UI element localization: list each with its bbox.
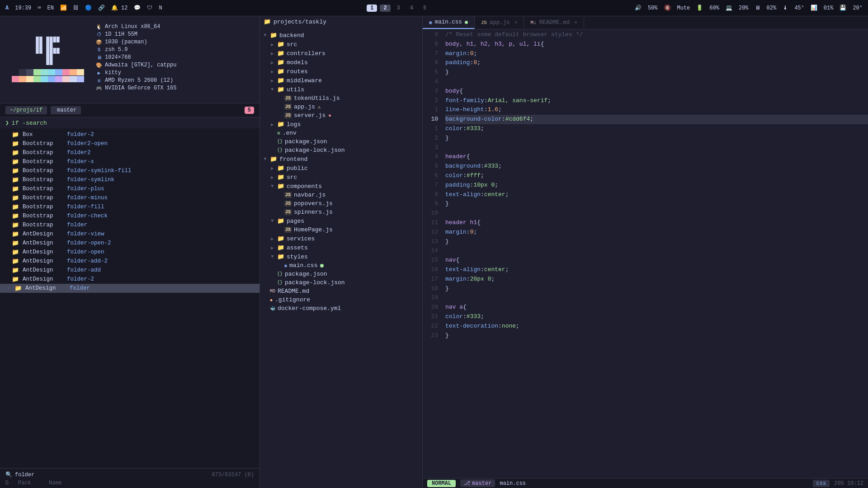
- file-item[interactable]: 📁 AntDesign folder-add: [0, 266, 259, 275]
- file-item[interactable]: 📁 Bootstrap folder2-open: [0, 139, 259, 148]
- tree-item-name: README.md: [278, 288, 309, 295]
- tree-item[interactable]: ▶ 📁 services: [260, 234, 422, 243]
- line-number: 4: [426, 77, 438, 87]
- file-item[interactable]: 📁 Bootstrap folder-plus: [0, 184, 259, 193]
- file-item[interactable]: 📁 Box folder-2: [0, 130, 259, 139]
- file-item[interactable]: 📁 Bootstrap folder-x: [0, 157, 259, 166]
- file-item[interactable]: 📁 AntDesign folder-2: [0, 275, 259, 284]
- tree-item[interactable]: {} package.json: [260, 270, 422, 278]
- tree-item[interactable]: JS app.js ⚠: [260, 103, 422, 111]
- tree-item[interactable]: ▼ 📁 pages: [260, 216, 422, 225]
- badge-count: 5: [245, 107, 254, 114]
- path-display: ~/projs/if: [5, 106, 47, 114]
- logo-box: ██ ████ ██ ██ ██ ████ ██ ██: [7, 23, 89, 96]
- tree-item[interactable]: ▶ 📁 routes: [260, 67, 422, 76]
- file-type-icon: {}: [277, 280, 283, 285]
- file-item[interactable]: > 📁 AntDesign folder: [0, 284, 259, 293]
- code-line: /* Reset some default browser styles */: [445, 30, 868, 40]
- file-item[interactable]: 📁 Bootstrap folder-fill: [0, 202, 259, 211]
- code-line: text-decoration: none;: [445, 322, 868, 331]
- close-tab-btn[interactable]: ×: [514, 20, 518, 25]
- tree-item[interactable]: ▶ 📁 public: [260, 164, 422, 173]
- main-content: ██ ████ ██ ██ ██ ████ ██ ██: [0, 16, 868, 488]
- tree-item[interactable]: JS navbar.js: [260, 191, 422, 199]
- tree-item[interactable]: 🐳 docker-compose.yml: [260, 304, 422, 313]
- file-type-icon: 📁: [277, 183, 284, 190]
- workspace-3[interactable]: 3: [393, 5, 404, 12]
- topbar-left: A 19:39 ⌨ EN 📶 ⛓ 🔵 🔗 🔔 12 💬 🛡 N: [5, 5, 162, 11]
- tree-item-name: services: [287, 235, 315, 242]
- code-line: padding: 10px 0;: [445, 181, 868, 190]
- battery-level: 60%: [709, 5, 719, 11]
- tree-content[interactable]: ▼ 📁 backend ▶ 📁 src ▶ 📁 controllers ▶ 📁 …: [260, 27, 422, 488]
- file-type-icon: 📁: [277, 164, 284, 172]
- tree-item[interactable]: JS tokenUtils.js: [260, 94, 422, 103]
- tree-item[interactable]: MD README.md: [260, 287, 422, 296]
- line-number: 1: [426, 124, 438, 134]
- code-line: margin: 0;: [445, 49, 868, 59]
- tree-item[interactable]: ▶ 📁 middleware: [260, 76, 422, 85]
- line-number: 20: [426, 303, 438, 312]
- tree-item[interactable]: ◉ main.css: [260, 261, 422, 270]
- code-lines[interactable]: /* Reset some default browser styles */b…: [442, 29, 868, 478]
- tree-item[interactable]: JS spinners.js: [260, 208, 422, 216]
- editor-tab[interactable]: M↓ README.md ×: [524, 17, 584, 28]
- tree-item[interactable]: {} package-lock.json: [260, 146, 422, 155]
- tree-item[interactable]: JS popovers.js: [260, 199, 422, 208]
- line-number: 1: [426, 105, 438, 115]
- tree-item[interactable]: {} package.json: [260, 137, 422, 146]
- workspace-4[interactable]: 4: [406, 5, 417, 12]
- tree-item[interactable]: JS HomePage.js: [260, 225, 422, 234]
- tree-item[interactable]: ▶ 📁 controllers: [260, 49, 422, 58]
- swatch-19: [77, 76, 84, 82]
- sys-gpu-row: 🎮 NVIDIA GeForce GTX 165: [96, 85, 252, 91]
- editor-tab[interactable]: JS app.js ×: [475, 17, 524, 28]
- tree-item[interactable]: ⚙ .env: [260, 129, 422, 137]
- tree-item[interactable]: ▼ 📁 utils: [260, 85, 422, 94]
- file-item[interactable]: 📁 AntDesign folder-open: [0, 248, 259, 257]
- tree-item[interactable]: ▼ 📁 components: [260, 182, 422, 191]
- editor-tab[interactable]: ◉ main.css: [423, 16, 475, 29]
- folder-icon: 📁: [12, 185, 19, 192]
- file-item[interactable]: 📁 AntDesign folder-add-2: [0, 257, 259, 266]
- status-bar: NORMAL ⎇ master main.css css 26% 10:12: [423, 478, 868, 488]
- file-provider: AntDesign: [23, 267, 63, 273]
- file-item[interactable]: 📁 Bootstrap folder-minus: [0, 193, 259, 202]
- workspace-2[interactable]: 2: [380, 5, 390, 12]
- file-item[interactable]: 📁 Bootstrap folder-symlink: [0, 175, 259, 184]
- close-tab-btn[interactable]: ×: [574, 20, 577, 25]
- file-item[interactable]: 📁 AntDesign folder-view: [0, 230, 259, 239]
- tree-item[interactable]: ▼ 📁 styles: [260, 252, 422, 261]
- bluetooth-icon: 🔵: [85, 5, 92, 11]
- workspace-1[interactable]: 1: [367, 5, 377, 12]
- tab-file-icon: JS: [481, 20, 487, 25]
- col-headers: G Pack Name: [5, 479, 254, 487]
- tree-item[interactable]: JS server.js ●: [260, 111, 422, 120]
- tree-item-name: .gitignore: [275, 296, 310, 303]
- file-type-icon: 📁: [277, 244, 284, 251]
- file-item[interactable]: 📁 Bootstrap folder-check: [0, 211, 259, 221]
- file-item[interactable]: 📁 Bootstrap folder2: [0, 148, 259, 157]
- sys-gpu: NVIDIA GeForce GTX 165: [105, 85, 176, 91]
- tree-item[interactable]: ▼ 📁 frontend: [260, 155, 422, 164]
- tree-item[interactable]: ▶ 📁 assets: [260, 243, 422, 252]
- tree-item[interactable]: ▶ 📁 models: [260, 58, 422, 67]
- branch-display: master: [51, 106, 81, 114]
- code-line: nav {: [445, 256, 868, 265]
- file-item[interactable]: 📁 AntDesign folder-open-2: [0, 239, 259, 248]
- tree-item[interactable]: {} package-lock.json: [260, 278, 422, 287]
- file-name: folder-symlink: [67, 177, 114, 183]
- tree-item[interactable]: ▶ 📁 src: [260, 173, 422, 182]
- file-item[interactable]: 📁 Bootstrap folder-symlink-fill: [0, 166, 259, 175]
- tree-item[interactable]: ▶ 📁 src: [260, 40, 422, 49]
- tree-item[interactable]: ▼ 📁 backend: [260, 31, 422, 40]
- tree-item[interactable]: ▶ 📁 logs: [260, 120, 422, 129]
- tree-item-name: backend: [279, 32, 304, 39]
- prompt-arrow: ❯: [5, 119, 9, 127]
- tree-arrow: ▼: [271, 87, 277, 92]
- file-list[interactable]: 📁 Box folder-2 📁 Bootstrap folder2-open …: [0, 128, 259, 468]
- file-item[interactable]: 📁 Bootstrap folder: [0, 221, 259, 230]
- workspace-5[interactable]: 5: [420, 5, 430, 12]
- tree-item[interactable]: ◆ .gitignore: [260, 296, 422, 304]
- wifi-icon: 📶: [60, 5, 67, 11]
